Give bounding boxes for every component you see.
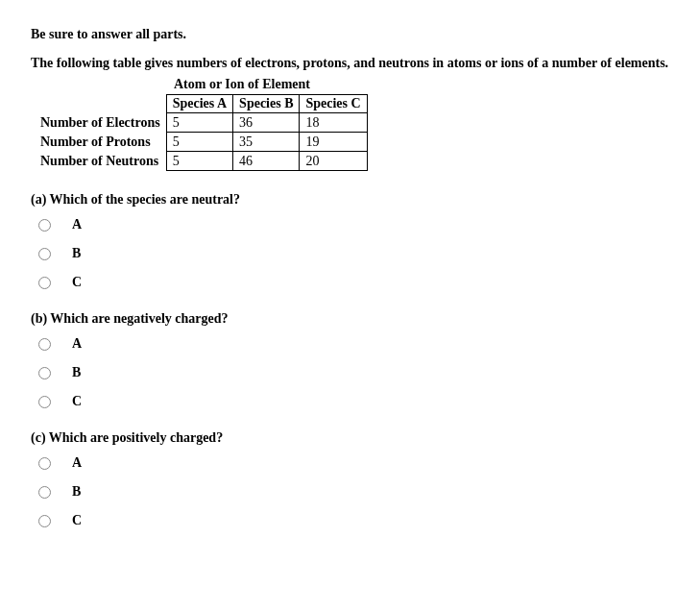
option-label: A <box>72 217 82 232</box>
radio-icon[interactable] <box>38 219 51 232</box>
description-line: The following table gives numbers of ele… <box>31 56 669 71</box>
radio-icon[interactable] <box>38 277 51 289</box>
radio-icon[interactable] <box>38 338 51 351</box>
species-table: Species A Species B Species C Number of … <box>40 94 368 171</box>
cell-protons-b: 35 <box>233 133 300 152</box>
question-b-options: A B C <box>38 336 669 409</box>
option-label: C <box>72 513 82 528</box>
col-header-c: Species C <box>300 95 367 113</box>
option-label: C <box>72 275 82 290</box>
option-a-c[interactable]: C <box>38 275 669 290</box>
option-b-b[interactable]: B <box>38 365 669 380</box>
cell-neutrons-c: 20 <box>300 152 367 171</box>
radio-icon[interactable] <box>38 457 51 470</box>
question-c-options: A B C <box>38 455 669 528</box>
option-label: C <box>72 394 82 409</box>
option-label: B <box>72 246 81 261</box>
question-a-prompt: (a) Which of the species are neutral? <box>31 192 669 208</box>
question-b-prompt: (b) Which are negatively charged? <box>31 311 669 327</box>
option-a-a[interactable]: A <box>38 217 669 232</box>
cell-neutrons-b: 46 <box>233 152 300 171</box>
question-a: (a) Which of the species are neutral? A … <box>31 192 669 290</box>
option-label: A <box>72 336 82 352</box>
species-table-wrap: Atom or Ion of Element Species A Species… <box>31 77 669 171</box>
radio-icon[interactable] <box>38 486 51 499</box>
radio-icon[interactable] <box>38 248 51 260</box>
row-label-neutrons: Number of Neutrons <box>40 152 166 171</box>
question-c-prompt: (c) Which are positively charged? <box>31 430 669 446</box>
table-row: Number of Protons 5 35 19 <box>40 133 367 152</box>
col-header-a: Species A <box>166 95 232 113</box>
radio-icon[interactable] <box>38 396 51 408</box>
cell-electrons-a: 5 <box>166 113 232 133</box>
table-corner-blank <box>40 95 166 113</box>
option-label: B <box>72 484 81 500</box>
col-header-b: Species B <box>233 95 300 113</box>
option-label: A <box>72 455 82 471</box>
option-a-b[interactable]: B <box>38 246 669 261</box>
table-header-row: Species A Species B Species C <box>40 95 367 113</box>
question-c: (c) Which are positively charged? A B C <box>31 430 669 528</box>
option-c-a[interactable]: A <box>38 455 669 471</box>
option-b-a[interactable]: A <box>38 336 669 352</box>
radio-icon[interactable] <box>38 367 51 379</box>
radio-icon[interactable] <box>38 515 51 527</box>
table-row: Number of Electrons 5 36 18 <box>40 113 367 133</box>
table-row: Number of Neutrons 5 46 20 <box>40 152 367 171</box>
table-caption: Atom or Ion of Element <box>40 77 444 92</box>
option-c-b[interactable]: B <box>38 484 669 500</box>
question-b: (b) Which are negatively charged? A B C <box>31 311 669 409</box>
cell-protons-a: 5 <box>166 133 232 152</box>
instruction-line: Be sure to answer all parts. <box>31 27 669 42</box>
option-c-c[interactable]: C <box>38 513 669 528</box>
option-label: B <box>72 365 81 380</box>
cell-electrons-c: 18 <box>300 113 367 133</box>
row-label-electrons: Number of Electrons <box>40 113 166 133</box>
cell-electrons-b: 36 <box>233 113 300 133</box>
cell-neutrons-a: 5 <box>166 152 232 171</box>
question-a-options: A B C <box>38 217 669 290</box>
row-label-protons: Number of Protons <box>40 133 166 152</box>
option-b-c[interactable]: C <box>38 394 669 409</box>
cell-protons-c: 19 <box>300 133 367 152</box>
